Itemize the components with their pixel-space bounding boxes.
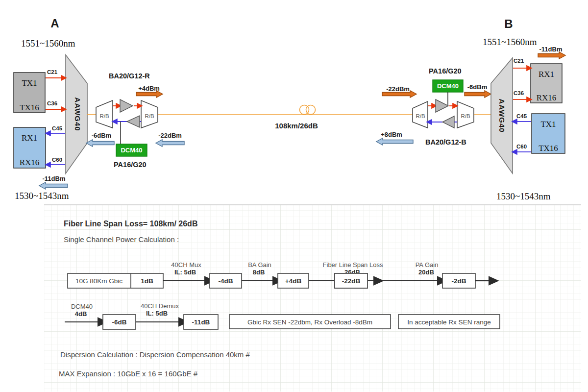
site-b-bottom-band-label: 1530~1543nm [496,191,551,201]
calculation-panel [44,205,581,392]
fiber-span-label: 108km/26dB [275,122,318,130]
calc-step-label: BA Gain [248,261,271,269]
site-b-tx16-label: TX16 [539,144,558,153]
calc-start-value: 1dB [141,277,153,285]
calc-step-value: 4dB [75,310,87,318]
site-b-aawg40-label: AAWG40 [498,98,506,132]
site-a-rx-in-arrow [156,140,184,147]
site-b-rx-to-mux-power-label: -6dBm [467,83,487,91]
site-a-rx-to-mux-arrow [86,140,114,147]
calc-result: -22dB [342,277,361,285]
site-a-rx16-label: RX16 [20,158,40,167]
calc-result: +4dB [285,277,302,285]
site-a-tx1-label: TX1 [22,78,37,88]
site-a-rx-out-power-label: -11dBm [43,175,66,182]
site-b-rx-in-power-label: -22dBm [386,85,410,93]
calc-step-label: Fiber Line Span Loss [323,261,383,269]
site-a-c21-label: C21 [47,69,58,75]
calc-result: -11dB [192,318,210,326]
site-a-rb-right-label: R/B [145,113,154,119]
site-b-rb-left-label: R/B [416,113,425,119]
site-b-preamp-label: PA16/G20 [429,67,462,75]
site-a-rx-to-mux-power-label: -6dBm [92,132,111,139]
calc-step-value: 20dB [418,269,434,276]
site-b-rx-out-arrow [538,52,565,59]
calc-step-label: 40CH Demux [141,302,179,310]
site-a-label: A [50,17,59,30]
site-b-rx16-label: RX16 [537,93,557,102]
diagram-canvas: A 1551~1560nm 1530~1543nm TX1 TX16 RX1 R… [0,0,588,392]
site-b-rb-right-label: R/B [461,113,470,119]
site-b-booster-label: BA20/G12-B [425,138,466,146]
site-a-bottom-band-label: 1530~1543nm [15,191,69,201]
calc-note1: Gbic Rx SEN -22dbm, Rx Overload -8dBm [247,318,372,326]
site-a-c60-label: C60 [52,157,62,163]
calc-note2: In acceptable Rx SEN range [407,318,490,326]
calc-start-name: 10G 80Km Gbic [75,277,122,285]
calc-result: -4dB [219,277,233,285]
site-a-tx16-label: TX16 [20,103,39,112]
calc-result: -6dB [112,318,127,326]
calc-step-label: PA Gain [416,261,439,269]
site-b-tx-out-arrow [376,138,413,145]
site-b-tx1-label: TX1 [540,120,556,129]
panel-grid-major [44,205,581,392]
site-b-c45-label: C45 [516,113,527,119]
site-b-c60-label: C60 [516,144,527,149]
calc-subtitle: Single Channel Power Calculation : [64,235,179,244]
site-a-rx1-label: RX1 [22,133,37,143]
calc-step-label: 40CH Mux [171,261,201,269]
site-b-top-band-label: 1551~1560nm [483,37,537,47]
site-a-top-band-label: 1551~1560nm [21,38,75,49]
fiber-coil-icon [306,105,316,115]
site-b-rx-to-mux-arrow [465,91,491,98]
site-a-rb-left-label: R/B [99,113,109,119]
site-a-booster-amp-icon [120,99,133,112]
site-b-rx1-label: RX1 [539,70,554,79]
site-a-booster-label: BA20/G12-R [109,72,150,80]
site-b-preamp-amp-icon [436,99,448,112]
site-a-c45-label: C45 [52,125,63,131]
site-b-tx-out-power-label: +8dBm [381,131,402,138]
site-a-preamp-label: PA16/G20 [114,161,147,169]
site-a-rx-in-power-label: -22dBm [158,132,182,139]
calc-step-value: 8dB [253,269,265,276]
site-b-booster-amp-icon [442,116,454,128]
site-b-c21-label: C21 [514,58,524,64]
dwdm-link-diagram-page: A 1551~1560nm 1530~1543nm TX1 TX16 RX1 R… [0,0,588,392]
calc-dispersion-line: Dispersion Calculation : Dispersion Comp… [60,350,250,359]
calc-step-label: DCM40 [71,303,93,310]
calc-step-value: IL: 5dB [146,310,168,317]
site-a-rx-out-arrow [39,182,68,189]
calc-title: Fiber Line Span Loss= 108km/ 26dB [64,220,197,228]
site-a-aawg40-label: AAWG40 [74,97,82,131]
calc-expansion-line: MAX Expansion : 10GbE x 16 = 160GbE # [59,369,198,378]
site-a-c36-label: C36 [47,100,57,106]
site-b-label: B [504,17,513,30]
site-a-dcm40-label: DCM40 [121,147,142,154]
site-b-dcm40-label: DCM40 [437,82,459,90]
site-b-c36-label: C36 [514,90,524,96]
site-a-preamp-amp-icon [127,116,140,127]
calc-result: -2dB [452,277,466,285]
calc-step-value: IL: 5dB [174,269,196,276]
